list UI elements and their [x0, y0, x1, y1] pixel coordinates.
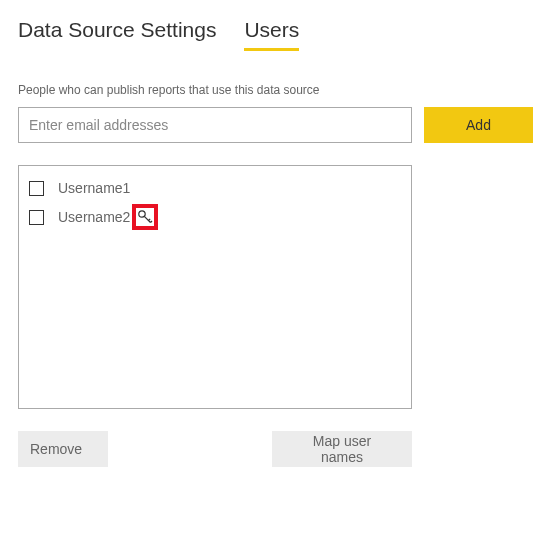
- tab-users[interactable]: Users: [244, 18, 299, 51]
- svg-line-2: [149, 219, 151, 221]
- list-item: Username2: [29, 200, 401, 234]
- tab-bar: Data Source Settings Users: [18, 18, 533, 51]
- svg-line-3: [151, 221, 153, 223]
- add-button[interactable]: Add: [424, 107, 533, 143]
- tab-data-source-settings[interactable]: Data Source Settings: [18, 18, 216, 51]
- user-list: Username1 Username2: [18, 165, 412, 409]
- svg-point-0: [139, 211, 145, 217]
- user-checkbox[interactable]: [29, 210, 44, 225]
- user-name-label: Username2: [58, 209, 130, 225]
- action-button-row: Remove Map user names: [18, 431, 412, 467]
- description-text: People who can publish reports that use …: [18, 83, 533, 97]
- list-item: Username1: [29, 176, 401, 200]
- user-name-label: Username1: [58, 180, 130, 196]
- map-user-names-button[interactable]: Map user names: [272, 431, 412, 467]
- user-checkbox[interactable]: [29, 181, 44, 196]
- add-user-row: Add: [18, 107, 533, 143]
- email-input[interactable]: [18, 107, 412, 143]
- admin-key-icon: [132, 204, 158, 230]
- remove-button[interactable]: Remove: [18, 431, 108, 467]
